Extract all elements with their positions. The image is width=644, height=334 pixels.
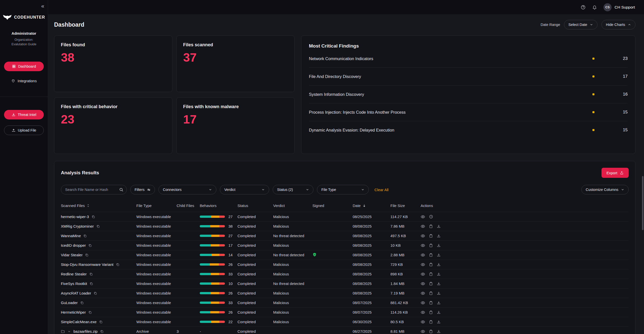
- report-icon[interactable]: [429, 301, 433, 305]
- help-icon[interactable]: [581, 5, 586, 10]
- file-name[interactable]: IcedID dropper: [61, 243, 86, 247]
- file-name[interactable]: SimpleCalcMean.exe: [61, 320, 97, 324]
- file-name[interactable]: Redline Stealer: [61, 272, 87, 276]
- table-row[interactable]: Stop-Djvu Ransomware Variant Windows exe…: [61, 260, 629, 269]
- finding-item[interactable]: File And Directory Discovery 17: [309, 68, 628, 86]
- file-name[interactable]: hermetic-wiper-3: [61, 215, 89, 219]
- table-row[interactable]: hermetic-wiper-3 Windows executable 27 C…: [61, 212, 629, 221]
- copy-icon[interactable]: [85, 253, 89, 257]
- file-name[interactable]: AsyncRAT Loader: [61, 291, 91, 295]
- report-icon[interactable]: [429, 263, 433, 267]
- view-icon[interactable]: [421, 234, 425, 238]
- select-date-dropdown[interactable]: Select Date: [564, 20, 597, 29]
- verdict-dropdown[interactable]: Verdict: [220, 185, 269, 194]
- processing-icon[interactable]: [429, 215, 433, 219]
- table-row[interactable]: IcedID dropper Windows executable 17 Com…: [61, 240, 629, 250]
- download-icon[interactable]: [437, 263, 441, 267]
- clear-all-link[interactable]: Clear All: [374, 188, 388, 192]
- table-row[interactable]: WannaMine Windows executable 27 Complete…: [61, 231, 629, 240]
- view-icon[interactable]: [421, 291, 425, 296]
- file-type-dropdown[interactable]: File Type: [317, 185, 369, 194]
- page-scrollbar-thumb[interactable]: [642, 176, 643, 230]
- column-verdict[interactable]: Verdict: [273, 203, 312, 208]
- file-name[interactable]: WannaMine: [61, 234, 81, 238]
- threat-intel-button[interactable]: Threat Intel: [4, 110, 44, 119]
- table-row[interactable]: SimpleCalcMean.exe Windows executable 22…: [61, 317, 629, 326]
- expand-chevron-icon[interactable]: [67, 330, 71, 333]
- file-name[interactable]: Stop-Djvu Ransomware Variant: [61, 262, 113, 267]
- sidebar-item-dashboard[interactable]: Dashboard: [4, 62, 44, 71]
- table-row[interactable]: Vidar Stealer Windows executable 14 Comp…: [61, 250, 629, 260]
- copy-icon[interactable]: [83, 234, 87, 238]
- search-box[interactable]: [61, 185, 127, 194]
- table-row[interactable]: AsyncRAT Loader Windows executable 26 Co…: [61, 288, 629, 298]
- download-icon[interactable]: [437, 243, 441, 247]
- view-icon[interactable]: [421, 272, 425, 276]
- table-row[interactable]: bazaarfiles.zip Archive 3 - Completed 06…: [61, 326, 629, 334]
- table-row[interactable]: FiveSys Rootkit Windows executable 10 Co…: [61, 279, 629, 288]
- download-icon[interactable]: [437, 291, 441, 295]
- report-icon[interactable]: [429, 282, 433, 286]
- table-row[interactable]: XMRig Cryptominer Windows executable 38 …: [61, 221, 629, 231]
- export-button[interactable]: Export: [601, 168, 629, 178]
- download-icon[interactable]: [437, 301, 441, 305]
- column-file-type[interactable]: File Type: [136, 203, 177, 208]
- column-date[interactable]: Date: [353, 203, 390, 208]
- connectors-dropdown[interactable]: Connectors: [158, 185, 216, 194]
- view-icon[interactable]: [421, 301, 425, 305]
- finding-item[interactable]: Process Injection: Injects Code Into Ano…: [309, 103, 628, 121]
- upload-file-button[interactable]: Upload File: [4, 126, 44, 135]
- report-icon[interactable]: [429, 224, 433, 228]
- download-icon[interactable]: [437, 253, 441, 257]
- notifications-bell-icon[interactable]: [592, 5, 597, 10]
- copy-icon[interactable]: [100, 330, 104, 333]
- sidebar-item-integrations[interactable]: Integrations: [11, 79, 37, 83]
- download-icon[interactable]: [437, 272, 441, 276]
- report-icon[interactable]: [429, 253, 433, 257]
- download-icon[interactable]: [437, 282, 441, 286]
- search-input[interactable]: [65, 188, 112, 192]
- customize-columns-dropdown[interactable]: Customize Columns: [581, 185, 629, 194]
- report-icon[interactable]: [429, 272, 433, 276]
- file-name[interactable]: GuLoader: [61, 301, 78, 305]
- view-icon[interactable]: [421, 243, 425, 248]
- finding-item[interactable]: Network Communication Indicators 23: [309, 50, 628, 68]
- download-icon[interactable]: [437, 310, 441, 314]
- copy-icon[interactable]: [116, 263, 119, 266]
- report-icon[interactable]: [429, 291, 433, 295]
- view-icon[interactable]: [421, 329, 425, 334]
- file-name[interactable]: Vidar Stealer: [61, 253, 83, 257]
- sort-down-icon[interactable]: [363, 204, 366, 207]
- collapse-sidebar-icon[interactable]: «: [41, 4, 44, 9]
- copy-icon[interactable]: [96, 225, 100, 228]
- report-icon[interactable]: [429, 243, 433, 247]
- copy-icon[interactable]: [80, 301, 84, 305]
- column-child-files[interactable]: Child Files: [177, 203, 200, 208]
- view-icon[interactable]: [421, 310, 425, 315]
- view-icon[interactable]: [421, 224, 425, 229]
- download-icon[interactable]: [437, 329, 441, 333]
- copy-icon[interactable]: [90, 282, 93, 285]
- hide-charts-button[interactable]: Hide Charts: [601, 20, 635, 29]
- view-icon[interactable]: [421, 262, 425, 267]
- finding-item[interactable]: Dynamic Analysis Evasion: Delayed Execut…: [309, 121, 628, 139]
- view-icon[interactable]: [421, 215, 425, 219]
- table-row[interactable]: HermeticWiper Windows executable 26 Comp…: [61, 307, 629, 317]
- user-menu[interactable]: CS CH Support: [603, 3, 635, 11]
- download-icon[interactable]: [437, 320, 441, 324]
- copy-icon[interactable]: [88, 244, 92, 247]
- filters-button[interactable]: Filters: [130, 185, 155, 194]
- sort-updown-icon[interactable]: [87, 204, 90, 207]
- view-icon[interactable]: [421, 253, 425, 257]
- copy-icon[interactable]: [89, 272, 93, 276]
- column-status[interactable]: Status: [237, 203, 273, 208]
- column-signed[interactable]: Signed: [312, 203, 353, 208]
- column-scanned-files[interactable]: Scanned Files: [61, 203, 136, 208]
- report-icon[interactable]: [429, 329, 433, 333]
- column-behaviors[interactable]: Behaviors: [200, 203, 237, 208]
- view-icon[interactable]: [421, 320, 425, 324]
- download-icon[interactable]: [437, 234, 441, 238]
- copy-icon[interactable]: [92, 215, 95, 219]
- copy-icon[interactable]: [94, 291, 97, 295]
- file-name[interactable]: FiveSys Rootkit: [61, 281, 87, 286]
